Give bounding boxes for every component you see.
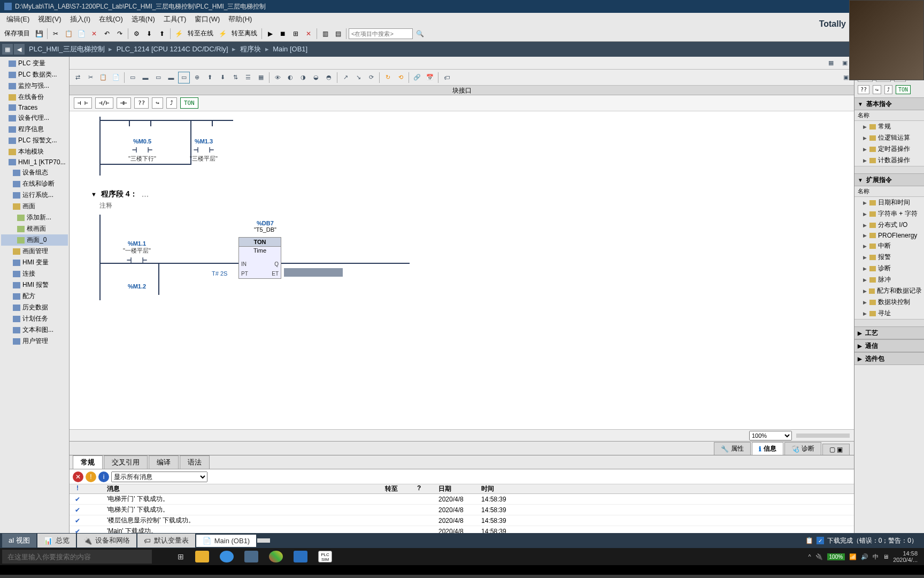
project-search-input[interactable] (349, 28, 413, 39)
ton-block[interactable]: TON Time IN Q PT ET (238, 237, 281, 279)
tree-item[interactable]: 在线备份 (1, 92, 68, 103)
wifi-icon[interactable]: 📶 (849, 553, 857, 560)
network-comment[interactable]: 注释 (80, 200, 843, 215)
tree-item[interactable]: 连接 (1, 268, 68, 279)
section-extended[interactable]: ▼扩展指令 (854, 173, 924, 186)
copy-icon[interactable]: 📋 (63, 28, 74, 40)
ime-indicator[interactable]: 中 (873, 553, 879, 561)
tool-nc-contact[interactable]: ⊣/⊢ (95, 97, 113, 109)
project-tree[interactable]: PLC 变量PLC 数据类...监控与强...在线备份Traces设备代理...… (0, 57, 69, 538)
tree-item[interactable]: PLC 数据类... (1, 69, 68, 80)
fav-ton[interactable]: TON (896, 85, 911, 94)
network-title[interactable]: 程序段 4： (101, 189, 137, 199)
doc-tab-overview[interactable]: 📊总览 (37, 534, 76, 547)
portal-view-tab[interactable]: al 视图 (2, 534, 36, 547)
menu-view[interactable]: 视图(V) (34, 13, 65, 25)
upload-icon[interactable]: ⬆ (156, 28, 168, 40)
et-cal-icon[interactable]: 📅 (424, 72, 436, 83)
et-go2-icon[interactable]: ↘ (352, 72, 364, 83)
tree-item[interactable]: 文本和图... (1, 324, 68, 336)
et-block2-icon[interactable]: ▬ (140, 72, 151, 83)
tool-empty-box[interactable]: ?? (134, 97, 149, 109)
tree-item[interactable]: 设备组态 (1, 167, 68, 178)
et-list-icon[interactable]: ☰ (242, 72, 254, 83)
contact-name[interactable]: "三楼平层" (188, 155, 220, 163)
battery-icon[interactable]: 🔌 (815, 553, 823, 560)
tree-item[interactable]: 配方 (1, 291, 68, 302)
instruction-folder[interactable]: ▶日期和时间 (854, 197, 924, 208)
stop-cpu-icon[interactable]: ⏹ (277, 28, 289, 40)
msg-tab-xref[interactable]: 交叉引用 (104, 455, 148, 469)
tab-diagnostics[interactable]: 🩺诊断 (784, 442, 821, 455)
start-cpu-icon[interactable]: ▶ (264, 28, 276, 40)
et-insert-icon[interactable]: ⊕ (191, 72, 203, 83)
et-paste-icon[interactable]: 📄 (110, 72, 122, 83)
chrome-icon[interactable] (265, 549, 287, 564)
tree-item[interactable]: 本地模块 (1, 146, 68, 157)
tray-up-icon[interactable]: ^ (808, 553, 811, 560)
explorer-icon[interactable] (191, 549, 213, 564)
tb-close-icon[interactable]: ✕ (303, 28, 314, 40)
instruction-folder[interactable]: ▶配方和数据记录 (854, 285, 924, 296)
col-goto[interactable]: 转至 (385, 484, 417, 493)
tree-item[interactable]: HMI_1 [KTP70... (1, 157, 68, 167)
msg-tab-general[interactable]: 常规 (73, 455, 103, 469)
et-copy-icon[interactable]: 📋 (97, 72, 109, 83)
menu-tools[interactable]: 工具(T) (159, 13, 191, 25)
instruction-folder[interactable]: ▶寻址 (854, 308, 924, 319)
delete-icon[interactable]: ✕ (88, 28, 100, 40)
contact-addr[interactable]: %M1.3 (188, 138, 220, 144)
contact-addr[interactable]: %M1.2 (121, 283, 153, 290)
tray-date[interactable]: 2020/4/... (893, 557, 918, 563)
et-output-field[interactable] (284, 268, 343, 277)
message-row[interactable]: ✔ '楼层信息显示控制' 下载成功。 2020/4/8 14:58:39 (70, 515, 854, 526)
editor-toggle1-icon[interactable]: ▦ (825, 57, 837, 69)
redo-icon[interactable]: ↷ (114, 28, 126, 40)
fbox-db-name[interactable]: "T5_DB" (244, 226, 287, 233)
tray-time[interactable]: 14:58 (893, 550, 918, 557)
go-offline-icon[interactable]: ⚡ (217, 28, 228, 40)
msg-tab-compile[interactable]: 编译 (149, 455, 179, 469)
go-offline-button[interactable]: 转至离线 (229, 29, 259, 38)
fav-branch[interactable]: ↪ (873, 85, 881, 94)
taskview-icon[interactable]: ⊞ (173, 549, 188, 564)
compile-icon[interactable]: ⚙ (130, 28, 142, 40)
filter-error-icon[interactable]: ✕ (73, 471, 83, 482)
et-tag-icon[interactable]: 🏷 (441, 72, 452, 83)
network-collapse-icon[interactable]: ▼ (91, 191, 97, 197)
et-m5-icon[interactable]: ◓ (323, 72, 335, 83)
tab-expand-icon[interactable]: ▢ ▣ (822, 444, 850, 455)
section-comm[interactable]: ▶通信 (854, 339, 924, 352)
contact-name[interactable]: "一楼平层" (121, 247, 153, 255)
tray-monitor-icon[interactable]: 🖥 (883, 553, 889, 560)
tab-properties[interactable]: 🔧属性 (714, 442, 751, 455)
bc-seg-blocks[interactable]: 程序块 (240, 45, 261, 53)
col-date[interactable]: 日期 (438, 484, 481, 493)
message-row[interactable]: ✔ '电梯关门' 下载成功。 2020/4/8 14:58:39 (70, 505, 854, 515)
tree-item[interactable]: PLC 报警文... (1, 135, 68, 146)
instruction-folder[interactable]: ▶定时器操作 (854, 143, 924, 155)
et-nav-icon[interactable]: ⇄ (72, 72, 83, 83)
instruction-folder[interactable]: ▶报警 (854, 252, 924, 263)
ext-hscroll[interactable] (854, 319, 924, 326)
col-q[interactable]: ? (417, 484, 438, 493)
instruction-folder[interactable]: ▶脉冲 (854, 274, 924, 285)
instruction-folder[interactable]: ▶位逻辑运算 (854, 132, 924, 143)
section-options[interactable]: ▶选件包 (854, 352, 924, 365)
tree-item[interactable]: 画面_0 (1, 234, 68, 246)
message-filter-select[interactable]: 显示所有消息 (111, 471, 207, 482)
et-link-icon[interactable]: 🔗 (411, 72, 423, 83)
fav-box[interactable]: ?? (858, 85, 869, 94)
bc-seg-project[interactable]: PLC_HMI_三层电梯控制 (29, 45, 105, 53)
fav-branch2[interactable]: ⤴ (884, 85, 892, 94)
menu-insert[interactable]: 插入(I) (66, 13, 95, 25)
windows-search-input[interactable] (2, 550, 152, 564)
col-message[interactable]: 消息 (86, 484, 385, 493)
tree-item[interactable]: HMI 报警 (1, 279, 68, 291)
tree-item[interactable]: 监控与强... (1, 80, 68, 92)
doc-tab-tags[interactable]: 🏷默认变量表 (137, 534, 195, 547)
tree-item[interactable]: PLC 变量 (1, 58, 68, 69)
et-block3-icon[interactable]: ▭ (152, 72, 164, 83)
et-network-icon[interactable]: ▭ (178, 72, 190, 83)
bc-pane-icon[interactable]: ▦ (2, 44, 13, 55)
